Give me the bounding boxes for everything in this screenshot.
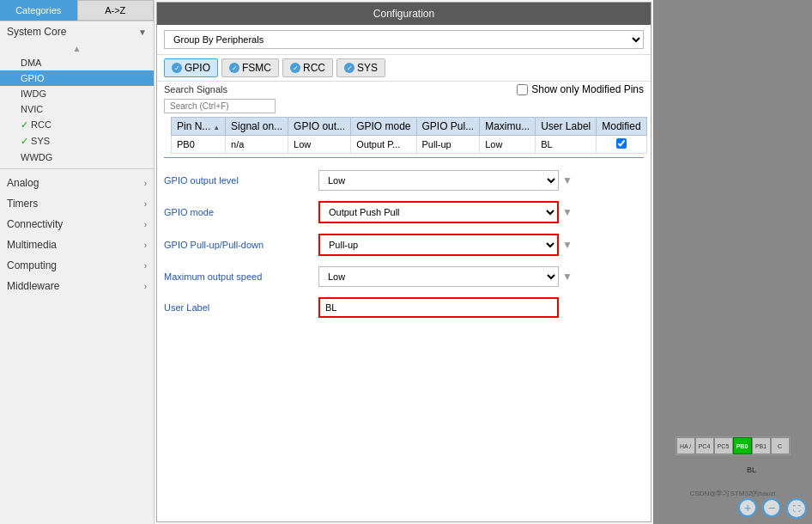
sidebar-item-wwdg[interactable]: WWDG xyxy=(0,149,154,165)
separator-1 xyxy=(0,168,154,169)
prop-select-gpio-pull[interactable]: Pull-up xyxy=(318,234,559,256)
prop-select-gpio-mode[interactable]: Output Push Pull xyxy=(318,201,559,223)
search-signals-label: Search Signals xyxy=(164,84,227,94)
watermark-text: CSDN@学习STM32的haozi xyxy=(690,490,776,497)
sidebar-item-sys[interactable]: SYS xyxy=(0,133,154,149)
show-modified-checkbox[interactable] xyxy=(517,84,528,95)
sidebar-item-gpio[interactable]: GPIO xyxy=(0,70,154,86)
prop-select-output-level[interactable]: Low xyxy=(318,170,559,191)
sidebar: Categories A->Z System Core ▼ ▲ DMA GPIO… xyxy=(0,0,155,524)
sidebar-category-connectivity[interactable]: Connectivity › xyxy=(0,214,154,235)
config-panel: Configuration Group By Peripherals ✓ GPI… xyxy=(156,2,651,522)
col-user-label[interactable]: User Label xyxy=(536,118,597,136)
bl-label: BL xyxy=(747,466,756,474)
computing-label: Computing xyxy=(7,259,57,271)
show-modified-label: Show only Modified Pins xyxy=(531,83,644,95)
prop-label-max-speed: Maximum output speed xyxy=(164,271,318,282)
modified-checkbox[interactable] xyxy=(616,138,627,149)
system-core-label: System Core xyxy=(7,26,66,38)
ptab-rcc[interactable]: ✓ RCC xyxy=(282,58,333,77)
tab-a-z[interactable]: A->Z xyxy=(77,0,155,21)
bl-label-area: BL xyxy=(653,466,812,474)
pin-ha: HA / xyxy=(676,437,695,454)
config-header: Configuration xyxy=(157,3,651,25)
table-row[interactable]: PB0 n/a Low Output P... Pull-up Low BL xyxy=(172,136,647,154)
cell-modified xyxy=(597,136,646,154)
chevron-down-icon: ▼ xyxy=(138,27,147,37)
group-by-select[interactable]: Group By Peripherals xyxy=(164,30,644,49)
sidebar-item-rcc[interactable]: RCC xyxy=(0,117,154,133)
bottom-icons-row: + − ⛶ xyxy=(738,498,807,519)
middleware-label: Middleware xyxy=(7,280,59,292)
zoom-in-button[interactable]: + xyxy=(738,498,757,517)
right-panel: HA / PC4 PC5 PB0 PB1 C BL CSDN@学习STM32的h… xyxy=(653,0,812,524)
timers-label: Timers xyxy=(7,198,38,210)
zoom-out-button[interactable]: − xyxy=(762,498,781,517)
search-signals-input[interactable] xyxy=(164,99,276,113)
ptab-sys-label: SYS xyxy=(357,62,378,74)
pin-pc4: PC4 xyxy=(695,437,714,454)
col-signal[interactable]: Signal on... xyxy=(226,118,288,136)
prop-select-max-speed[interactable]: Low xyxy=(318,266,559,287)
multimedia-label: Multimedia xyxy=(7,239,57,251)
ptab-gpio[interactable]: ✓ GPIO xyxy=(164,58,218,77)
ptab-fsmc[interactable]: ✓ FSMC xyxy=(221,58,279,77)
chevron-right-icon-multimedia: › xyxy=(144,241,147,250)
sidebar-item-nvic[interactable]: NVIC xyxy=(0,101,154,117)
sidebar-item-dma[interactable]: DMA xyxy=(0,55,154,70)
col-pin-name[interactable]: Pin N... ▲ xyxy=(172,118,226,136)
sidebar-category-computing[interactable]: Computing › xyxy=(0,255,154,276)
col-modified[interactable]: Modified xyxy=(597,118,646,136)
pin-c: C xyxy=(771,437,790,454)
group-by-row: Group By Peripherals xyxy=(157,25,651,55)
config-title: Configuration xyxy=(373,8,434,20)
prop-row-gpio-pull: GPIO Pull-up/Pull-down Pull-up ▼ xyxy=(164,234,644,256)
col-gpio-out[interactable]: GPIO out... xyxy=(288,118,351,136)
cell-pin-name: PB0 xyxy=(172,136,226,154)
scroll-up-indicator: ▲ xyxy=(0,42,154,55)
prop-label-output-level: GPIO output level xyxy=(164,175,318,186)
dropdown-arrow-max-speed: ▼ xyxy=(562,271,573,283)
sidebar-category-timers[interactable]: Timers › xyxy=(0,193,154,214)
sidebar-category-analog[interactable]: Analog › xyxy=(0,173,154,193)
dropdown-arrow-gpio-pull: ▼ xyxy=(562,239,573,251)
cell-gpio-mode: Output P... xyxy=(351,136,416,154)
cell-signal: n/a xyxy=(226,136,288,154)
prop-label-gpio-pull: GPIO Pull-up/Pull-down xyxy=(164,240,318,250)
sidebar-section-system-core: System Core ▼ ▲ DMA GPIO IWDG NVIC RCC S… xyxy=(0,21,154,165)
prop-label-gpio-mode: GPIO mode xyxy=(164,207,318,217)
pin-pc5: PC5 xyxy=(714,437,733,454)
analog-label: Analog xyxy=(7,177,39,189)
prop-row-max-speed: Maximum output speed Low ▼ xyxy=(164,266,644,287)
fit-button[interactable]: ⛶ xyxy=(786,498,807,519)
prop-row-user-label: User Label xyxy=(164,297,644,318)
col-gpio-mode[interactable]: GPIO mode xyxy=(351,118,416,136)
prop-row-gpio-mode: GPIO mode Output Push Pull ▼ xyxy=(164,201,644,223)
cell-gpio-out: Low xyxy=(288,136,351,154)
divider-line xyxy=(164,157,644,158)
cell-max-speed: Low xyxy=(480,136,536,154)
main-content: Configuration Group By Peripherals ✓ GPI… xyxy=(155,0,653,524)
sidebar-category-multimedia[interactable]: Multimedia › xyxy=(0,235,154,255)
sidebar-category-system-core[interactable]: System Core ▼ xyxy=(0,21,154,42)
config-body: Group By Peripherals ✓ GPIO ✓ FSMC ✓ RCC xyxy=(157,25,651,521)
pin-pb1: PB1 xyxy=(752,437,771,454)
sidebar-tabs: Categories A->Z xyxy=(0,0,154,21)
chevron-right-icon-timers: › xyxy=(144,199,147,209)
chevron-right-icon-computing: › xyxy=(144,261,147,271)
gpio-check-icon: ✓ xyxy=(172,63,182,73)
cell-user-label: BL xyxy=(536,136,597,154)
rcc-check-icon: ✓ xyxy=(290,63,300,73)
sidebar-item-iwdg[interactable]: IWDG xyxy=(0,86,154,101)
properties-section: GPIO output level Low ▼ GPIO mode Output… xyxy=(157,163,651,521)
prop-input-user-label[interactable] xyxy=(318,297,559,318)
chevron-right-icon-connectivity: › xyxy=(144,220,147,229)
chevron-right-icon-analog: › xyxy=(144,179,147,188)
col-gpio-pull[interactable]: GPIO Pul... xyxy=(416,118,480,136)
tab-categories[interactable]: Categories xyxy=(0,0,77,21)
ptab-sys[interactable]: ✓ SYS xyxy=(336,58,385,77)
col-max-speed[interactable]: Maximu... xyxy=(480,118,536,136)
chevron-right-icon-middleware: › xyxy=(144,282,147,291)
dropdown-arrow-output-level: ▼ xyxy=(562,174,573,186)
sidebar-category-middleware[interactable]: Middleware › xyxy=(0,276,154,296)
